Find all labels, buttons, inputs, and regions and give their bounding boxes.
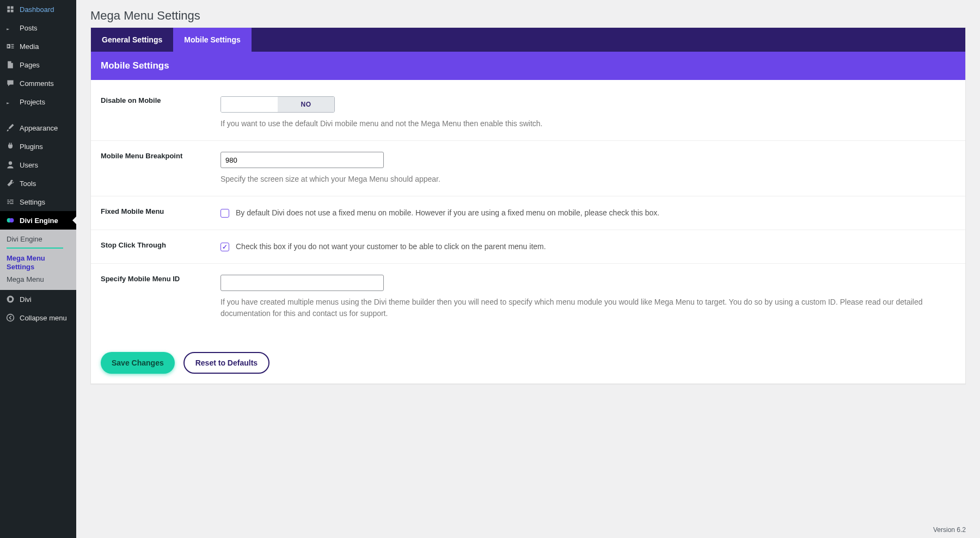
label-fixed-menu: Fixed Mobile Menu xyxy=(101,207,204,219)
sub-link-mega-menu[interactable]: Mega Menu xyxy=(7,273,70,286)
sidebar-label: Pages xyxy=(20,61,40,69)
pages-icon xyxy=(5,60,15,70)
row-menu-id: Specify Mobile Menu ID If you have creat… xyxy=(91,264,965,330)
sidebar-item-settings[interactable]: Settings xyxy=(0,193,76,211)
content-area: Mega Menu Settings General Settings Mobi… xyxy=(76,0,980,538)
label-disable-mobile: Disable on Mobile xyxy=(101,96,204,129)
wrench-icon xyxy=(5,178,15,188)
sidebar-label: Settings xyxy=(20,198,45,206)
sidebar-label: Appearance xyxy=(20,124,58,132)
sidebar-label: Tools xyxy=(20,180,36,188)
pin-icon xyxy=(5,97,15,107)
sidebar-label: Projects xyxy=(20,98,45,106)
sidebar-label: Collapse menu xyxy=(20,314,67,322)
submenu-divider xyxy=(7,248,63,249)
save-button[interactable]: Save Changes xyxy=(101,352,175,374)
plug-icon xyxy=(5,141,15,151)
tab-general[interactable]: General Settings xyxy=(91,28,173,52)
pin-icon xyxy=(5,23,15,33)
sidebar-label: Media xyxy=(20,42,39,51)
input-breakpoint[interactable] xyxy=(220,152,384,168)
sidebar-label: Divi Engine xyxy=(20,217,58,225)
toggle-disable-mobile[interactable]: NO xyxy=(220,96,335,113)
sidebar-item-projects[interactable]: Projects xyxy=(0,92,76,111)
row-fixed-menu: Fixed Mobile Menu By default Divi does n… xyxy=(91,196,965,230)
row-breakpoint: Mobile Menu Breakpoint Specify the scree… xyxy=(91,141,965,196)
sidebar-item-plugins[interactable]: Plugins xyxy=(0,137,76,156)
row-disable-mobile: Disable on Mobile NO If you want to use … xyxy=(91,85,965,141)
collapse-icon xyxy=(5,313,15,323)
sidebar-item-media[interactable]: Media xyxy=(0,37,76,55)
sidebar-item-divi[interactable]: Divi xyxy=(0,290,76,308)
brush-icon xyxy=(5,123,15,133)
tab-mobile[interactable]: Mobile Settings xyxy=(173,28,251,52)
divi-engine-icon xyxy=(5,215,15,225)
help-breakpoint: Specify the screen size at which your Me… xyxy=(220,174,955,185)
sidebar-item-tools[interactable]: Tools xyxy=(0,174,76,193)
label-breakpoint: Mobile Menu Breakpoint xyxy=(101,152,204,185)
media-icon xyxy=(5,41,15,51)
help-disable-mobile: If you want to use the default Divi mobi… xyxy=(220,118,955,129)
toggle-state: NO xyxy=(278,97,334,112)
svg-point-3 xyxy=(7,314,14,321)
page-title: Mega Menu Settings xyxy=(90,9,966,23)
sidebar-label: Dashboard xyxy=(20,5,54,14)
sidebar-label: Users xyxy=(20,161,38,169)
help-menu-id: If you have created multiple menus using… xyxy=(220,296,955,319)
sidebar-item-dashboard[interactable]: Dashboard xyxy=(0,0,76,18)
svg-point-1 xyxy=(9,218,14,222)
sidebar-item-posts[interactable]: Posts xyxy=(0,18,76,37)
footer-version: Version 6.2 xyxy=(933,526,966,534)
row-stop-click: Stop Click Through Check this box if you… xyxy=(91,230,965,264)
help-stop-click: Check this box if you do not want your c… xyxy=(236,241,546,252)
sidebar-label: Posts xyxy=(20,24,38,32)
sidebar-spacer xyxy=(0,111,76,119)
sidebar-label: Divi xyxy=(20,295,32,304)
sidebar-item-collapse[interactable]: Collapse menu xyxy=(0,308,76,327)
sidebar-item-divi-engine[interactable]: Divi Engine xyxy=(0,211,76,230)
sliders-icon xyxy=(5,197,15,207)
settings-rows: Disable on Mobile NO If you want to use … xyxy=(91,80,965,342)
admin-sidebar: Dashboard Posts Media Pages Comments Pro… xyxy=(0,0,76,538)
user-icon xyxy=(5,160,15,170)
sidebar-item-pages[interactable]: Pages xyxy=(0,55,76,74)
comments-icon xyxy=(5,78,15,88)
reset-button[interactable]: Reset to Defaults xyxy=(183,352,270,374)
sub-link-divi-engine[interactable]: Divi Engine xyxy=(7,233,70,245)
label-stop-click: Stop Click Through xyxy=(101,241,204,252)
sidebar-label: Comments xyxy=(20,79,54,88)
sidebar-label: Plugins xyxy=(20,143,43,151)
checkbox-fixed-menu[interactable] xyxy=(220,209,229,218)
sub-link-mega-menu-settings[interactable]: Mega Menu Settings xyxy=(7,252,70,273)
section-header: Mobile Settings xyxy=(91,52,965,80)
sidebar-item-comments[interactable]: Comments xyxy=(0,74,76,92)
settings-panel: General Settings Mobile Settings Mobile … xyxy=(90,27,966,384)
sidebar-item-users[interactable]: Users xyxy=(0,156,76,174)
sidebar-item-appearance[interactable]: Appearance xyxy=(0,119,76,137)
label-menu-id: Specify Mobile Menu ID xyxy=(101,275,204,319)
divi-icon xyxy=(5,294,15,304)
checkbox-stop-click[interactable] xyxy=(220,243,229,251)
input-menu-id[interactable] xyxy=(220,275,384,291)
toggle-track xyxy=(221,97,278,112)
tabs: General Settings Mobile Settings xyxy=(91,28,965,52)
actions: Save Changes Reset to Defaults xyxy=(91,342,965,384)
sidebar-submenu: Divi Engine Mega Menu Settings Mega Menu xyxy=(0,230,76,290)
help-fixed-menu: By default Divi does not use a fixed men… xyxy=(236,207,659,219)
dashboard-icon xyxy=(5,4,15,14)
